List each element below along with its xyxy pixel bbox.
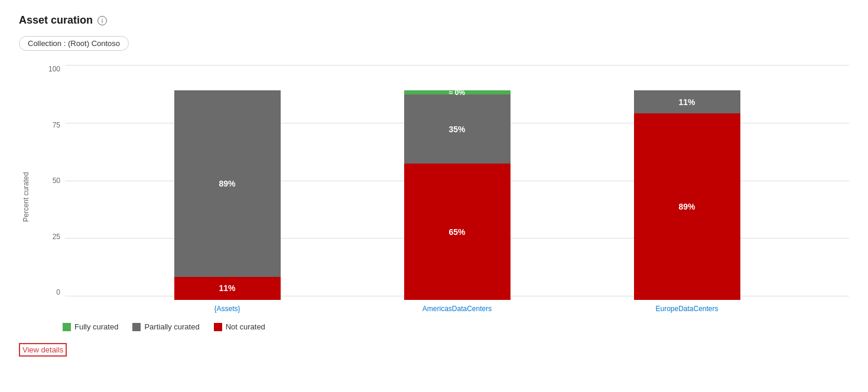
legend-item-not-curated: Not curated [214, 322, 265, 331]
bar-group-americas: 65% 35% ≈ 0% AmericasDataCenters [404, 90, 511, 313]
bar-stack-assets: 11% 89% [174, 90, 281, 300]
bar-x-label-assets: {Assets} [214, 305, 240, 313]
bar-segment-europe-partial: 11% [634, 90, 740, 113]
bar-group-assets: 11% 89% {Assets} [174, 90, 281, 313]
y-label-25: 25 [35, 233, 65, 241]
page-title: Asset curation [19, 14, 93, 27]
chart-container: Percent curated 0 25 50 75 100 [19, 65, 849, 313]
y-label-50: 50 [35, 177, 65, 185]
grid-and-bars: 11% 89% {Assets} 65% 35% ≈ 0% [65, 65, 849, 313]
bar-segment-assets-not-curated: 11% [174, 277, 281, 300]
legend-color-not-curated [214, 323, 222, 331]
y-axis-title: Percent curated [19, 65, 33, 313]
y-label-75: 75 [35, 121, 65, 129]
legend-color-fully-curated [63, 323, 71, 331]
legend: Fully curated Partially curated Not cura… [63, 322, 849, 331]
bar-segment-assets-partial: 89% [174, 90, 281, 277]
bar-x-label-europe: EuropeDataCenters [655, 305, 718, 313]
page-title-row: Asset curation i [19, 14, 849, 27]
y-label-100: 100 [35, 65, 65, 73]
bar-x-label-americas: AmericasDataCenters [422, 305, 492, 313]
view-details-link[interactable]: View details [19, 343, 67, 357]
bar-segment-americas-not-curated: 65% [404, 164, 511, 300]
bar-group-europe: 89% 11% EuropeDataCenters [634, 90, 740, 313]
legend-label-not-curated: Not curated [226, 322, 265, 331]
legend-item-fully-curated: Fully curated [63, 322, 118, 331]
bar-stack-americas: 65% 35% ≈ 0% [404, 90, 511, 300]
legend-color-partially-curated [132, 323, 141, 331]
chart-plot: 11% 89% {Assets} 65% 35% ≈ 0% [65, 65, 849, 313]
collection-filter-button[interactable]: Collection : (Root) Contoso [19, 36, 129, 51]
bars-row: 11% 89% {Assets} 65% 35% ≈ 0% [65, 65, 849, 313]
info-icon[interactable]: i [97, 16, 107, 25]
bar-stack-europe: 89% 11% [634, 90, 740, 300]
legend-label-partially-curated: Partially curated [144, 322, 199, 331]
bar-segment-europe-not-curated: 89% [634, 113, 740, 300]
legend-label-fully-curated: Fully curated [74, 322, 118, 331]
bar-segment-americas-partial: 35% [404, 94, 511, 164]
bar-segment-americas-full: ≈ 0% [404, 90, 511, 94]
y-label-0: 0 [35, 288, 65, 296]
legend-item-partially-curated: Partially curated [132, 322, 199, 331]
y-axis: 0 25 50 75 100 [35, 65, 65, 313]
